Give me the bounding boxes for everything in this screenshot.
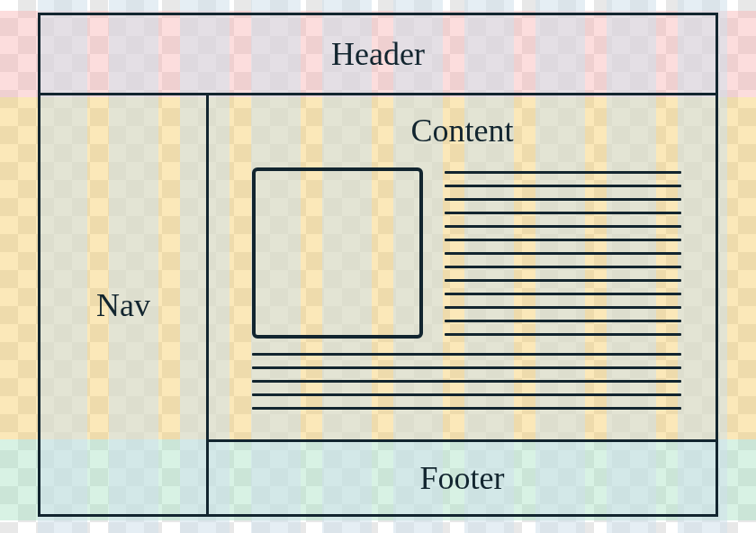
text-line xyxy=(252,407,681,410)
text-line xyxy=(445,266,681,268)
text-lines-wide xyxy=(252,353,681,420)
text-line xyxy=(445,239,681,241)
text-line xyxy=(445,320,681,322)
text-line xyxy=(252,366,681,369)
text-line xyxy=(445,306,681,309)
text-line xyxy=(445,171,681,174)
text-line xyxy=(445,212,681,214)
region-footer: Footer xyxy=(206,439,718,517)
text-line xyxy=(445,252,681,255)
text-line xyxy=(445,198,681,201)
text-line xyxy=(445,293,681,295)
image-placeholder xyxy=(252,167,423,339)
text-line xyxy=(445,279,681,282)
region-content: Content xyxy=(206,93,718,442)
region-header: Header xyxy=(38,13,718,95)
text-line xyxy=(252,353,681,356)
text-line xyxy=(252,393,681,396)
region-nav-label: Nav xyxy=(96,286,150,324)
text-lines-narrow xyxy=(445,171,681,347)
text-line xyxy=(445,185,681,187)
region-nav: Nav xyxy=(38,93,209,517)
region-header-label: Header xyxy=(331,35,425,73)
text-line xyxy=(445,333,681,336)
layout-frame: Header Nav Content Footer xyxy=(38,13,718,517)
text-line xyxy=(445,225,681,228)
content-mock xyxy=(252,167,681,418)
text-line xyxy=(252,380,681,383)
region-content-label: Content xyxy=(411,113,514,149)
region-footer-label: Footer xyxy=(420,459,505,497)
